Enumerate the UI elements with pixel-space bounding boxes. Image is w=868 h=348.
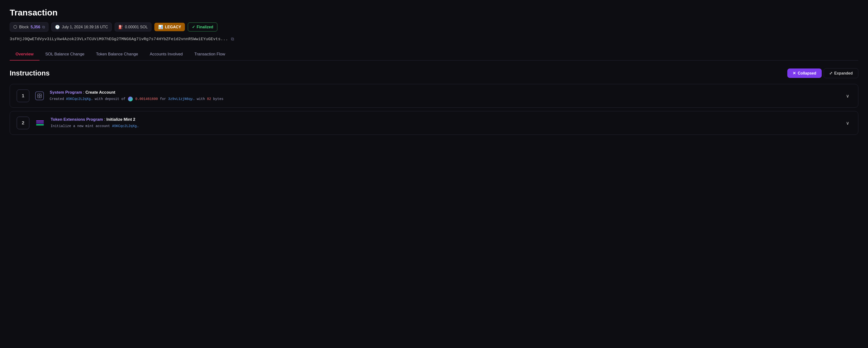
tx-hash: 3sFHjJ9QwETdVyv3iLyXw4Azok23VLxTCUViM97h… (10, 37, 228, 41)
tx-hash-copy-button[interactable]: ⧉ (231, 37, 234, 42)
block-badge: ⬡ Block 5,356 ⧉ (10, 22, 49, 32)
tab-overview[interactable]: Overview (10, 48, 39, 61)
status-badge: ✓ Finalized (188, 23, 217, 31)
date-value: July 1, 2024 16:39:16 UTC (62, 25, 108, 29)
svg-rect-8 (36, 125, 44, 125)
system-program-icon (35, 92, 44, 100)
instruction-content-1: System Program : Create Account Created … (50, 90, 838, 102)
instruction-content-2: Token Extensions Program : Initialize Mi… (51, 117, 838, 129)
type-badge: 📊 LEGACY (154, 23, 185, 31)
instructions-section: Instructions ✕ Collapsed ⤢ Expanded 1 (10, 68, 858, 135)
instruction-desc-2: Initialize a new mint account A5KCqc2L2q… (51, 124, 838, 129)
block-label: Block (19, 25, 29, 29)
method-name-1: Create Account (85, 90, 115, 95)
view-toggle: ✕ Collapsed ⤢ Expanded (787, 68, 858, 78)
desc-mid1-1: with deposit of (95, 97, 126, 101)
tab-sol-balance[interactable]: SOL Balance Change (39, 48, 90, 61)
program-name-1[interactable]: System Program (50, 90, 82, 95)
tab-flow[interactable]: Transaction Flow (188, 48, 231, 61)
expand-icon: ⤢ (829, 71, 832, 75)
svg-rect-6 (36, 120, 44, 121)
type-label: LEGACY (165, 25, 181, 29)
amount-1: 0.001461600 (135, 97, 158, 101)
instruction-title-2: Token Extensions Program : Initialize Mi… (51, 117, 838, 122)
page-title: Transaction (10, 8, 858, 18)
meta-row: ⬡ Block 5,356 ⧉ 🕐 July 1, 2024 16:39:16 … (10, 22, 858, 32)
bytes-suffix-1: bytes (213, 97, 223, 101)
cube-icon: ⬡ (13, 25, 17, 30)
desc-mid2-1: for (160, 97, 166, 101)
collapsed-button[interactable]: ✕ Collapsed (787, 68, 822, 78)
block-number: 5,356 (31, 25, 40, 29)
block-copy-icon[interactable]: ⧉ (42, 25, 45, 29)
addr1-2[interactable]: A5KCqc2L2qXg… (112, 124, 138, 128)
desc-prefix-1: Created (50, 97, 64, 101)
clock-icon: 🕐 (55, 25, 60, 29)
tab-accounts[interactable]: Accounts Involved (144, 48, 188, 61)
tx-hash-row: 3sFHjJ9QwETdVyv3iLyXw4Azok23VLxTCUViM97h… (10, 37, 858, 42)
instruction-card-1: 1 System Program : Create Account Create… (10, 84, 858, 108)
tabs-navigation: Overview SOL Balance Change Token Balanc… (10, 48, 858, 61)
bytes-num-1: 82 (207, 97, 211, 101)
check-icon: ✓ (192, 25, 195, 29)
instruction-title-1: System Program : Create Account (50, 90, 838, 95)
program-name-2[interactable]: Token Extensions Program (51, 117, 103, 122)
tab-token-balance[interactable]: Token Balance Change (90, 48, 144, 61)
fuel-icon: ⛽ (118, 25, 123, 29)
fee-value: 0.00001 SOL (125, 25, 148, 29)
desc-prefix-2: Initialize a new mint account (51, 124, 110, 128)
svg-point-1 (39, 95, 40, 97)
date-badge: 🕐 July 1, 2024 16:39:16 UTC (51, 23, 112, 31)
status-label: Finalized (196, 25, 213, 29)
instructions-header: Instructions ✕ Collapsed ⤢ Expanded (10, 68, 858, 78)
instruction-number-2: 2 (17, 117, 29, 129)
collapse-icon: ✕ (793, 71, 796, 75)
instruction-number-1: 1 (17, 90, 29, 102)
fee-badge: ⛽ 0.00001 SOL (115, 23, 151, 31)
instructions-title: Instructions (10, 69, 50, 77)
instruction-desc-1: Created A5KCqc2L2qXg… with deposit of 0.… (50, 96, 838, 102)
desc-mid3-1: with (197, 97, 205, 101)
token-extensions-icon (35, 118, 45, 128)
addr2-1[interactable]: 3z9vL1zjN6qy… (168, 97, 195, 101)
bars-icon: 📊 (158, 25, 163, 29)
instruction-card-2: 2 Token Extensions Program : Initialize … (10, 111, 858, 135)
sol-logo-icon (128, 97, 133, 101)
collapsed-label: Collapsed (798, 71, 816, 75)
addr1-1[interactable]: A5KCqc2L2qXg… (66, 97, 93, 101)
svg-rect-7 (36, 123, 44, 124)
method-name-2: Initialize Mint 2 (106, 117, 135, 122)
instruction-chevron-2[interactable]: ∨ (844, 119, 851, 127)
expanded-button[interactable]: ⤢ Expanded (824, 68, 858, 78)
expanded-label: Expanded (834, 71, 853, 75)
instruction-chevron-1[interactable]: ∨ (844, 92, 851, 100)
